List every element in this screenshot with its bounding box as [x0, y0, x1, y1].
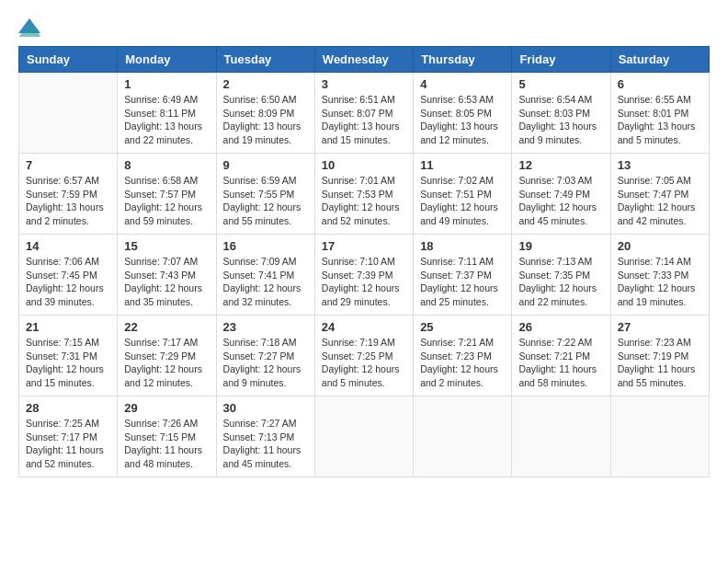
- day-number: 9: [223, 158, 308, 172]
- logo-icon: [18, 18, 40, 37]
- week-row-1: 1Sunrise: 6:49 AM Sunset: 8:11 PM Daylig…: [19, 73, 710, 154]
- day-number: 14: [26, 239, 110, 253]
- calendar-cell: 4Sunrise: 6:53 AM Sunset: 8:05 PM Daylig…: [414, 73, 512, 154]
- day-header-tuesday: Tuesday: [216, 47, 314, 73]
- calendar-cell: 1Sunrise: 6:49 AM Sunset: 8:11 PM Daylig…: [118, 73, 216, 154]
- day-header-monday: Monday: [118, 47, 216, 73]
- day-info: Sunrise: 7:15 AM Sunset: 7:31 PM Dayligh…: [26, 336, 110, 390]
- day-info: Sunrise: 7:26 AM Sunset: 7:15 PM Dayligh…: [124, 417, 209, 471]
- day-number: 2: [223, 77, 308, 91]
- calendar-cell: 15Sunrise: 7:07 AM Sunset: 7:43 PM Dayli…: [118, 235, 216, 316]
- week-row-5: 28Sunrise: 7:25 AM Sunset: 7:17 PM Dayli…: [19, 396, 710, 477]
- calendar-cell: 7Sunrise: 6:57 AM Sunset: 7:59 PM Daylig…: [19, 154, 118, 235]
- calendar-cell: [610, 396, 709, 477]
- calendar-cell: 5Sunrise: 6:54 AM Sunset: 8:03 PM Daylig…: [512, 73, 610, 154]
- day-info: Sunrise: 6:54 AM Sunset: 8:03 PM Dayligh…: [518, 93, 603, 147]
- day-number: 23: [223, 320, 308, 334]
- day-info: Sunrise: 7:14 AM Sunset: 7:33 PM Dayligh…: [618, 255, 702, 309]
- day-info: Sunrise: 6:58 AM Sunset: 7:57 PM Dayligh…: [124, 174, 209, 228]
- day-number: 28: [26, 401, 110, 415]
- day-info: Sunrise: 7:11 AM Sunset: 7:37 PM Dayligh…: [420, 255, 505, 309]
- day-info: Sunrise: 7:23 AM Sunset: 7:19 PM Dayligh…: [618, 336, 702, 390]
- day-info: Sunrise: 7:21 AM Sunset: 7:23 PM Dayligh…: [420, 336, 505, 390]
- calendar-cell: 21Sunrise: 7:15 AM Sunset: 7:31 PM Dayli…: [19, 316, 118, 396]
- day-info: Sunrise: 7:22 AM Sunset: 7:21 PM Dayligh…: [518, 336, 603, 390]
- header: [18, 18, 710, 37]
- day-number: 10: [322, 158, 406, 172]
- calendar-cell: 19Sunrise: 7:13 AM Sunset: 7:35 PM Dayli…: [512, 235, 610, 316]
- calendar-cell: 2Sunrise: 6:50 AM Sunset: 8:09 PM Daylig…: [216, 73, 314, 154]
- week-row-3: 14Sunrise: 7:06 AM Sunset: 7:45 PM Dayli…: [19, 235, 710, 316]
- logo: [18, 18, 44, 37]
- calendar-cell: [414, 396, 512, 477]
- calendar-cell: 30Sunrise: 7:27 AM Sunset: 7:13 PM Dayli…: [216, 396, 314, 477]
- calendar-cell: 9Sunrise: 6:59 AM Sunset: 7:55 PM Daylig…: [216, 154, 314, 235]
- calendar-cell: 6Sunrise: 6:55 AM Sunset: 8:01 PM Daylig…: [610, 73, 709, 154]
- day-number: 15: [124, 239, 209, 253]
- day-info: Sunrise: 7:19 AM Sunset: 7:25 PM Dayligh…: [322, 336, 406, 390]
- calendar-cell: 11Sunrise: 7:02 AM Sunset: 7:51 PM Dayli…: [414, 154, 512, 235]
- day-number: 3: [322, 77, 406, 91]
- day-header-friday: Friday: [512, 47, 610, 73]
- calendar-cell: 8Sunrise: 6:58 AM Sunset: 7:57 PM Daylig…: [118, 154, 216, 235]
- day-number: 27: [618, 320, 702, 334]
- day-info: Sunrise: 6:59 AM Sunset: 7:55 PM Dayligh…: [223, 174, 308, 228]
- day-header-thursday: Thursday: [414, 47, 512, 73]
- day-number: 17: [322, 239, 406, 253]
- week-row-2: 7Sunrise: 6:57 AM Sunset: 7:59 PM Daylig…: [19, 154, 710, 235]
- calendar-cell: 14Sunrise: 7:06 AM Sunset: 7:45 PM Dayli…: [19, 235, 118, 316]
- calendar-cell: 13Sunrise: 7:05 AM Sunset: 7:47 PM Dayli…: [610, 154, 709, 235]
- day-info: Sunrise: 7:03 AM Sunset: 7:49 PM Dayligh…: [518, 174, 603, 228]
- day-info: Sunrise: 6:51 AM Sunset: 8:07 PM Dayligh…: [322, 93, 406, 147]
- day-number: 18: [420, 239, 505, 253]
- day-info: Sunrise: 6:57 AM Sunset: 7:59 PM Dayligh…: [26, 174, 110, 228]
- calendar-cell: 12Sunrise: 7:03 AM Sunset: 7:49 PM Dayli…: [512, 154, 610, 235]
- day-number: 30: [223, 401, 308, 415]
- calendar-cell: 20Sunrise: 7:14 AM Sunset: 7:33 PM Dayli…: [610, 235, 709, 316]
- day-number: 26: [518, 320, 603, 334]
- day-info: Sunrise: 6:55 AM Sunset: 8:01 PM Dayligh…: [618, 93, 702, 147]
- calendar-cell: 16Sunrise: 7:09 AM Sunset: 7:41 PM Dayli…: [216, 235, 314, 316]
- day-number: 13: [618, 158, 702, 172]
- day-info: Sunrise: 7:25 AM Sunset: 7:17 PM Dayligh…: [26, 417, 110, 471]
- day-number: 7: [26, 158, 110, 172]
- calendar-cell: 25Sunrise: 7:21 AM Sunset: 7:23 PM Dayli…: [414, 316, 512, 396]
- day-number: 12: [518, 158, 603, 172]
- day-info: Sunrise: 7:07 AM Sunset: 7:43 PM Dayligh…: [124, 255, 209, 309]
- day-number: 5: [518, 77, 603, 91]
- day-info: Sunrise: 7:13 AM Sunset: 7:35 PM Dayligh…: [518, 255, 603, 309]
- day-number: 25: [420, 320, 505, 334]
- calendar-cell: [314, 396, 413, 477]
- day-info: Sunrise: 7:27 AM Sunset: 7:13 PM Dayligh…: [223, 417, 308, 471]
- calendar-cell: 27Sunrise: 7:23 AM Sunset: 7:19 PM Dayli…: [610, 316, 709, 396]
- day-number: 21: [26, 320, 110, 334]
- day-info: Sunrise: 6:49 AM Sunset: 8:11 PM Dayligh…: [124, 93, 209, 147]
- day-number: 1: [124, 77, 209, 91]
- calendar-cell: 23Sunrise: 7:18 AM Sunset: 7:27 PM Dayli…: [216, 316, 314, 396]
- calendar-header-row: SundayMondayTuesdayWednesdayThursdayFrid…: [19, 47, 710, 73]
- calendar-cell: 18Sunrise: 7:11 AM Sunset: 7:37 PM Dayli…: [414, 235, 512, 316]
- calendar-cell: 17Sunrise: 7:10 AM Sunset: 7:39 PM Dayli…: [314, 235, 413, 316]
- calendar-cell: 29Sunrise: 7:26 AM Sunset: 7:15 PM Dayli…: [118, 396, 216, 477]
- day-info: Sunrise: 6:50 AM Sunset: 8:09 PM Dayligh…: [223, 93, 308, 147]
- calendar: SundayMondayTuesdayWednesdayThursdayFrid…: [18, 46, 710, 477]
- day-header-saturday: Saturday: [610, 47, 709, 73]
- day-info: Sunrise: 7:05 AM Sunset: 7:47 PM Dayligh…: [618, 174, 702, 228]
- day-info: Sunrise: 6:53 AM Sunset: 8:05 PM Dayligh…: [420, 93, 505, 147]
- calendar-cell: [19, 73, 118, 154]
- day-number: 6: [618, 77, 702, 91]
- day-info: Sunrise: 7:10 AM Sunset: 7:39 PM Dayligh…: [322, 255, 406, 309]
- calendar-cell: [512, 396, 610, 477]
- day-number: 19: [518, 239, 603, 253]
- calendar-cell: 26Sunrise: 7:22 AM Sunset: 7:21 PM Dayli…: [512, 316, 610, 396]
- day-number: 8: [124, 158, 209, 172]
- calendar-cell: 10Sunrise: 7:01 AM Sunset: 7:53 PM Dayli…: [314, 154, 413, 235]
- calendar-cell: 3Sunrise: 6:51 AM Sunset: 8:07 PM Daylig…: [314, 73, 413, 154]
- calendar-cell: 28Sunrise: 7:25 AM Sunset: 7:17 PM Dayli…: [19, 396, 118, 477]
- day-header-sunday: Sunday: [19, 47, 118, 73]
- calendar-cell: 24Sunrise: 7:19 AM Sunset: 7:25 PM Dayli…: [314, 316, 413, 396]
- day-number: 11: [420, 158, 505, 172]
- day-info: Sunrise: 7:01 AM Sunset: 7:53 PM Dayligh…: [322, 174, 406, 228]
- day-number: 29: [124, 401, 209, 415]
- calendar-cell: 22Sunrise: 7:17 AM Sunset: 7:29 PM Dayli…: [118, 316, 216, 396]
